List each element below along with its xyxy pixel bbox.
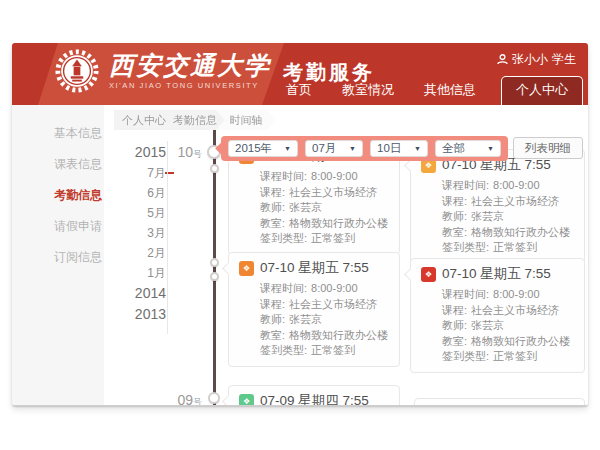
card-field-time: 课程时间:8:00-9:00	[421, 287, 574, 303]
card-field-course: 课程:社会主义市场经济	[421, 194, 574, 210]
card-field-type: 签到类型:正常签到	[421, 240, 574, 256]
sidebar-item-subscription-info[interactable]: 订阅信息	[12, 242, 104, 273]
sidebar-item-attendance-info[interactable]: 考勤信息	[12, 180, 104, 211]
card-field-teacher: 教师:张芸京	[421, 209, 574, 225]
breadcrumb: 个人中心 考勤信息 时间轴	[114, 110, 276, 130]
timeline-year-item[interactable]: 2月	[126, 243, 166, 263]
nav-item-personal-center[interactable]: 个人中心	[501, 76, 583, 105]
type-select-value: 全部	[442, 141, 465, 156]
card-field-room: 教室:格物致知行政办公楼	[421, 225, 574, 241]
window-body: 基本信息 课表信息 考勤信息 请假申请 订阅信息 个人中心 考勤信息 时间轴 2…	[12, 105, 588, 406]
attendance-type-icon: ❖	[239, 394, 254, 407]
card-field-type: 签到类型:正常签到	[239, 343, 389, 359]
card-field-course: 课程:社会主义市场经济	[239, 297, 389, 313]
list-detail-button[interactable]: 列表明细	[513, 137, 583, 159]
chevron-down-icon: ▼	[284, 145, 291, 152]
timeline-year-item[interactable]: 5月	[126, 203, 166, 223]
card-field-teacher: 教师:张芸京	[239, 312, 389, 328]
chevron-down-icon: ▼	[349, 145, 356, 152]
timeline-node[interactable]	[210, 258, 219, 267]
date-filter-popup: 2015年 ▼ 07月 ▼ 10日 ▼ 全部 ▼	[221, 136, 508, 161]
sidebar-item-schedule-info[interactable]: 课表信息	[12, 149, 104, 180]
month-select[interactable]: 07月 ▼	[305, 140, 363, 157]
card-field-course: 课程:社会主义市场经济	[239, 185, 389, 201]
day-select[interactable]: 10日 ▼	[370, 140, 428, 157]
card-tail	[404, 159, 417, 172]
sidebar-item-leave-request[interactable]: 请假申请	[12, 211, 104, 242]
sidebar: 基本信息 课表信息 考勤信息 请假申请 订阅信息	[12, 105, 104, 406]
card-tail	[222, 395, 235, 406]
day-suffix: 号	[193, 397, 202, 406]
year-select-value: 2015年	[235, 141, 272, 156]
breadcrumb-timeline[interactable]: 时间轴	[216, 110, 276, 130]
nav-item-other-info[interactable]: 其他信息	[409, 77, 491, 105]
content-area: 个人中心 考勤信息 时间轴 20157月6月5月3月2月1月20142013 1…	[104, 105, 588, 406]
card-field-room: 教室:格物致知行政办公楼	[239, 216, 389, 232]
day-select-value: 10日	[377, 141, 401, 156]
chevron-down-icon: ▼	[487, 145, 494, 152]
timeline-year-item[interactable]: 7月	[126, 163, 166, 183]
year-rail: 20157月6月5月3月2月1月20142013	[126, 142, 166, 325]
day-number: 09	[177, 392, 193, 406]
day-marker: 10号	[162, 144, 202, 161]
day-marker: 09号	[162, 392, 202, 406]
card-tail	[404, 268, 417, 281]
person-icon	[497, 54, 508, 65]
card-field-type: 签到类型:正常签到	[239, 231, 389, 247]
app-window: 西安交通大学 XI'AN JIAO TONG UNIVERSITY 考勤服务 张…	[12, 43, 588, 406]
month-select-value: 07月	[312, 141, 336, 156]
attendance-card[interactable]: ❖ 07-09 星期四 7:55 课程时间:8:00-9:00课程:社会主义市场…	[228, 385, 400, 406]
rail-divider	[167, 141, 168, 334]
card-date: 07-09 星期四 7:55	[260, 392, 369, 406]
attendance-type-icon: ❖	[239, 261, 254, 276]
app-header: 西安交通大学 XI'AN JIAO TONG UNIVERSITY 考勤服务 张…	[12, 43, 588, 105]
card-field-time: 课程时间:8:00-9:00	[239, 281, 389, 297]
screenshot-canvas: 西安交通大学 XI'AN JIAO TONG UNIVERSITY 考勤服务 张…	[0, 0, 600, 450]
breadcrumb-personal-center[interactable]: 个人中心	[114, 110, 174, 130]
nav-item-classrooms[interactable]: 教室情况	[327, 77, 409, 105]
card-field-time: 课程时间:8:00-9:00	[239, 169, 389, 185]
card-field-time: 课程时间:8:00-9:00	[421, 178, 574, 194]
user-info[interactable]: 张小小 学生	[497, 51, 576, 68]
card-field-type: 签到类型:正常签到	[421, 349, 574, 365]
timeline-year-item[interactable]: 1月	[126, 263, 166, 283]
timeline-year-item[interactable]: 3月	[126, 223, 166, 243]
card-tail	[222, 262, 235, 275]
card-date: 07-10 星期五 7:55	[260, 259, 369, 277]
attendance-card[interactable]: ❖ 07-10 星期五 7:55 课程时间:8:00-9:00课程:社会主义市场…	[410, 149, 585, 264]
year-select[interactable]: 2015年 ▼	[228, 140, 298, 157]
type-select[interactable]: 全部 ▼	[435, 140, 501, 157]
university-logo-icon	[54, 48, 100, 94]
timeline-node[interactable]	[208, 392, 220, 404]
university-name-cn: 西安交通大学	[109, 53, 271, 79]
card-date: 07-10 星期五 7:55	[442, 265, 551, 283]
day-number: 10	[177, 144, 193, 160]
university-name-block: 西安交通大学 XI'AN JIAO TONG UNIVERSITY	[109, 53, 271, 90]
attendance-card[interactable]: ❖ 07-10 星期五 7:55 课程时间:8:00-9:00课程:社会主义市场…	[410, 258, 585, 373]
timeline-node[interactable]	[210, 272, 219, 281]
user-role: 学生	[552, 51, 576, 68]
card-field-course: 课程:社会主义市场经济	[421, 303, 574, 319]
attendance-type-icon: ❖	[421, 267, 436, 282]
card-field-teacher: 教师:张芸京	[239, 200, 389, 216]
attendance-card[interactable]: ❖ 07-10 星期五 7:55 课程时间:8:00-9:00课程:社会主义市场…	[228, 252, 400, 367]
card-field-room: 教室:格物致知行政办公楼	[239, 328, 389, 344]
card-field-teacher: 教师:张芸京	[421, 318, 574, 334]
main-nav: 首页 教室情况 其他信息 个人中心	[271, 76, 583, 105]
university-name-en: XI'AN JIAO TONG UNIVERSITY	[109, 81, 271, 90]
breadcrumb-attendance-info[interactable]: 考勤信息	[165, 110, 225, 130]
chevron-down-icon: ▼	[414, 145, 421, 152]
timeline-year-item[interactable]: 2014	[126, 283, 166, 304]
timeline-year-item[interactable]: 2013	[126, 304, 166, 325]
timeline-node[interactable]	[210, 164, 219, 173]
user-name: 张小小	[512, 51, 548, 68]
timeline-year-item[interactable]: 6月	[126, 183, 166, 203]
sidebar-item-basic-info[interactable]: 基本信息	[12, 118, 104, 149]
timeline-year-item[interactable]: 2015	[126, 142, 166, 163]
attendance-card-partial[interactable]	[414, 398, 585, 406]
card-field-room: 教室:格物致知行政办公楼	[421, 334, 574, 350]
nav-item-home[interactable]: 首页	[271, 77, 327, 105]
day-suffix: 号	[193, 149, 202, 159]
